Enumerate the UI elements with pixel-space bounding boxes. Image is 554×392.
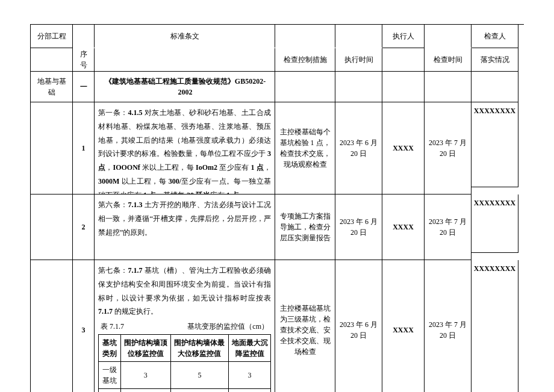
spec-table: 分部工程标准条文执行人检查人序号检查控制措施执行时间检查时间落实情况地基与基础一… [30, 24, 524, 392]
